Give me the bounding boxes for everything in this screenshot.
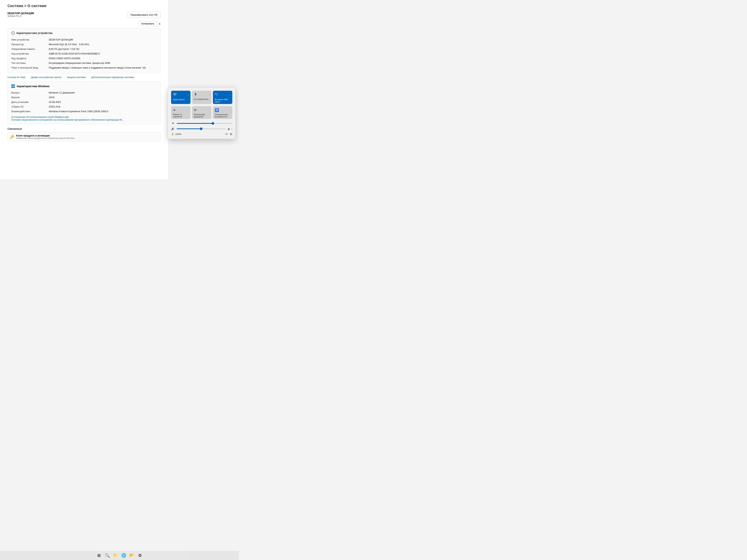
rotation-label: Блокировка вращения [194, 113, 210, 118]
info-row: Оперативная память 8,00 ГБ (доступно: 7,… [11, 47, 157, 51]
volume-extra-icon[interactable]: 🔈 › [228, 127, 232, 130]
breadcrumb: Система > О системе [7, 4, 161, 8]
bluetooth-tile[interactable]: › Не подключено [192, 91, 211, 104]
qs-footer: 🔋 100% ✏ ⚙ [171, 132, 232, 136]
settings-icon[interactable]: ⚙ [230, 132, 232, 136]
bluetooth-arrow[interactable]: › [209, 94, 210, 96]
accessibility-icon: ♿ [215, 108, 219, 112]
device-info-table: Имя устройства DESKTOP-QCRAQ9R Процессор… [11, 37, 157, 70]
airplane-label: Режим "в самолете" [173, 113, 189, 118]
topic-links: Ссылки по теме Домен или рабочая группа … [7, 76, 161, 79]
product-key-item[interactable]: 🔑 Ключ продукта и активация Изменение кл… [7, 132, 161, 141]
link-license[interactable]: Условия лицензионного соглашения на испо… [11, 118, 124, 121]
related-title: Связанные [7, 127, 161, 130]
info-row: Перо и сенсорный ввод Поддержка ввода с … [11, 65, 157, 70]
info-row: Сборка ОС 22621.819 [11, 104, 157, 109]
battery-pct: 100% [175, 133, 181, 135]
brightness-slider-row: ☀ [171, 122, 232, 125]
info-row: Код устройства A9BF1E7D-A158-4C64-9A73-F… [11, 51, 157, 56]
sim-tile[interactable]: › Вставьте SIM-карту [213, 91, 232, 104]
pc-name-block: DESKTOP-QCRAQ9R Surface Pro X [7, 12, 34, 17]
airplane-icon: ✈ [173, 108, 176, 112]
info-row: Процессор Microsoft SQ1 @ 3.0 GHz 3.00 G… [11, 42, 157, 47]
accessibility-label: Специальные возможности [215, 113, 231, 118]
info-row: Тип системы 64-разрядная операционная си… [11, 61, 157, 65]
info-row: Взаимодействие Windows Feature Experienc… [11, 109, 157, 114]
copy-section: Копировать ∧ [7, 21, 161, 26]
windows-info-table: Выпуск Windows 11 Домашняя Версия 22H2 Д… [11, 90, 157, 114]
battery-icon: 🔋 [171, 133, 174, 135]
device-section-title: i Характеристики устройства [11, 31, 157, 35]
accessibility-arrow[interactable]: › [230, 109, 231, 111]
info-icon: i [11, 31, 15, 35]
rotation-icon: ⟳ [194, 108, 197, 112]
windows-section: Характеристики Windows Выпуск Windows 11… [7, 81, 161, 124]
link-protection[interactable]: Защита системы [67, 76, 86, 79]
sim-arrow[interactable]: › [230, 94, 231, 96]
wifi-arrow[interactable]: › [188, 94, 189, 96]
volume-slider[interactable] [177, 128, 226, 129]
wifi-tile[interactable]: › Apple Airport [171, 91, 190, 104]
info-row: Дата установки 24.08.2023 [11, 100, 157, 104]
rename-pc-button[interactable]: Переименовать этот ПК [127, 12, 161, 18]
bluetooth-label: Не подключено [194, 98, 210, 100]
copy-button[interactable]: Копировать [138, 21, 157, 26]
pc-name: DESKTOP-QCRAQ9R [7, 12, 34, 15]
wifi-label: Apple Airport [173, 98, 189, 101]
pc-model: Surface Pro X [7, 15, 34, 17]
link-advanced[interactable]: Дополнительные параметры системы [92, 76, 134, 79]
airplane-tile[interactable]: ✈ Режим "в самолете" [171, 106, 190, 119]
key-icon: 🔑 [10, 135, 14, 139]
volume-icon: 🔊 [171, 127, 175, 131]
signal-icon [215, 92, 218, 97]
pc-info-header: DESKTOP-QCRAQ9R Surface Pro X Переименов… [7, 12, 161, 18]
qs-tiles-row1: › Apple Airport › Не подключено [171, 91, 232, 104]
edit-icon[interactable]: ✏ [225, 132, 228, 136]
info-row: Версия 22H2 [11, 95, 157, 100]
related-section: Связанные 🔑 Ключ продукта и активация Из… [7, 127, 161, 141]
device-section: i Характеристики устройства Имя устройст… [7, 28, 161, 73]
sim-label: Вставьте SIM-карту [215, 98, 231, 103]
windows-logo-icon [11, 84, 15, 88]
bluetooth-icon [194, 92, 197, 97]
volume-slider-row: 🔊 🔈 › [171, 127, 232, 131]
windows-section-title: Характеристики Windows [11, 84, 157, 88]
link-ms-agreement[interactable]: Соглашение об использовании служб Майкро… [11, 115, 69, 118]
qs-tiles-row2: ✈ Режим "в самолете" ⟳ Блокировка вращен… [171, 106, 232, 119]
chevron-up-icon[interactable]: ∧ [159, 22, 161, 25]
accessibility-tile[interactable]: ♿ › Специальные возможности [213, 106, 232, 119]
quick-settings-panel: › Apple Airport › Не подключено [168, 88, 235, 139]
info-row: Выпуск Windows 11 Домашняя [11, 90, 157, 95]
wifi-icon [173, 92, 177, 97]
link-domain[interactable]: Домен или рабочая группа [31, 76, 61, 79]
rotation-tile[interactable]: ⟳ Блокировка вращения [192, 106, 211, 119]
link-ssylki[interactable]: Ссылки по теме [7, 76, 25, 79]
brightness-slider[interactable] [177, 123, 232, 124]
info-row: Имя устройства DESKTOP-QCRAQ9R [11, 37, 157, 42]
info-row: Код продукта 00342-23802-18375-AAOEM [11, 56, 157, 61]
qs-footer-icons: ✏ ⚙ [225, 132, 232, 136]
product-key-text: Ключ продукта и активация Изменение ключ… [16, 134, 75, 139]
brightness-icon: ☀ [171, 122, 175, 125]
battery-info: 🔋 100% [171, 133, 181, 135]
